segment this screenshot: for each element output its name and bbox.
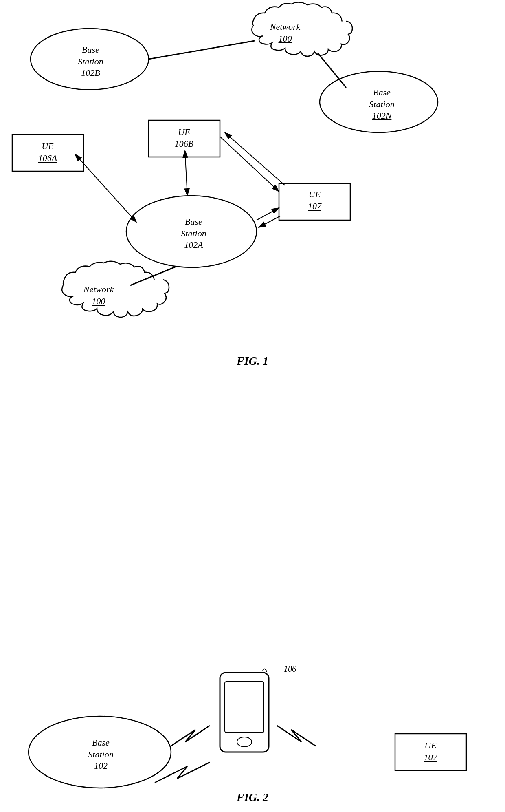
svg-line-9	[220, 137, 279, 192]
diagram-container: Network 100 BaseStation 102B BaseStation…	[0, 0, 505, 812]
ue106b-rect	[149, 120, 220, 157]
phone-ue106	[220, 673, 269, 752]
bs102a-ellipse	[126, 196, 257, 267]
fig1-title: FIG. 1	[208, 355, 297, 368]
ue107-top-rect	[279, 183, 350, 220]
bs102-ellipse	[29, 716, 171, 788]
ue107-bot-rect	[395, 734, 466, 770]
ue106a-rect	[12, 135, 83, 171]
svg-line-8	[259, 216, 280, 227]
svg-line-10	[225, 132, 285, 185]
diagram-svg	[0, 0, 505, 812]
svg-rect-12	[225, 682, 264, 733]
bs102n-ellipse	[320, 71, 438, 132]
svg-line-0	[149, 41, 255, 59]
network100-top-cloud	[252, 2, 352, 56]
svg-point-13	[237, 737, 252, 747]
svg-line-1	[318, 53, 346, 88]
network100-bot-cloud	[62, 261, 169, 317]
fig2-title: FIG. 2	[208, 791, 297, 804]
svg-line-5	[79, 159, 136, 222]
svg-line-6	[185, 157, 187, 196]
bs102b-ellipse	[31, 29, 149, 90]
